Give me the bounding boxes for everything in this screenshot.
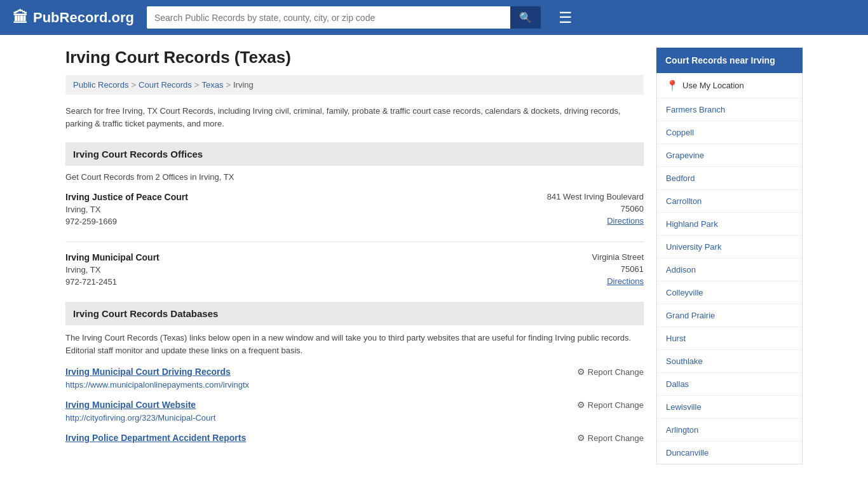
office-2-name: Irving Municipal Court: [65, 252, 159, 262]
office-2-directions-link[interactable]: Directions: [607, 276, 644, 286]
sidebar-list: 📍 Use My Location Farmers BranchCoppellG…: [656, 73, 803, 464]
sidebar-item-11[interactable]: Southlake: [657, 350, 802, 373]
sidebar-item-14[interactable]: Arlington: [657, 419, 802, 442]
office-2-city: Irving, TX: [65, 265, 159, 274]
divider-1: [65, 241, 644, 242]
office-entry-2: Irving Municipal Court Irving, TX 972-72…: [65, 252, 644, 287]
db-2-report-label: Report Change: [588, 400, 644, 410]
office-1-directions-link[interactable]: Directions: [607, 216, 644, 226]
breadcrumb-public-records[interactable]: Public Records: [73, 80, 128, 90]
hamburger-button[interactable]: ☰: [559, 9, 573, 27]
office-2-phone: 972-721-2451: [65, 277, 159, 287]
offices-subtext: Get Court Records from 2 Offices in Irvi…: [65, 172, 644, 182]
sidebar: Court Records near Irving 📍 Use My Locat…: [656, 48, 803, 464]
db-3-report-label: Report Change: [588, 433, 644, 443]
office-entry-1: Irving Justice of Peace Court Irving, TX…: [65, 192, 644, 226]
db-2-url[interactable]: http://cityofirving.org/323/Municipal-Co…: [65, 413, 215, 423]
breadcrumb-texas[interactable]: Texas: [201, 80, 223, 90]
page-description: Search for free Irving, TX Court Records…: [65, 105, 644, 130]
search-button[interactable]: 🔍: [510, 6, 541, 29]
office-1-name: Irving Justice of Peace Court: [65, 192, 188, 202]
sidebar-item-1[interactable]: Coppell: [657, 121, 802, 144]
db-entry-1: Irving Municipal Court Driving Records ⚙…: [65, 367, 644, 390]
databases-description: The Irving Court Records (Texas) links b…: [65, 332, 644, 356]
sidebar-item-15[interactable]: Duncanville: [657, 442, 802, 464]
sidebar-use-location[interactable]: 📍 Use My Location: [657, 73, 802, 98]
office-1-city: Irving, TX: [65, 205, 188, 214]
sidebar-item-6[interactable]: University Park: [657, 236, 802, 259]
sidebar-item-13[interactable]: Lewisville: [657, 396, 802, 419]
content-area: Irving Court Records (Texas) Public Reco…: [65, 48, 644, 464]
office-2-address: Virginia Street: [592, 252, 644, 262]
page-title: Irving Court Records (Texas): [65, 48, 644, 67]
breadcrumb-irving: Irving: [233, 80, 254, 90]
sidebar-item-2[interactable]: Grapevine: [657, 144, 802, 167]
sidebar-item-4[interactable]: Carrollton: [657, 190, 802, 213]
db-entry-3: Irving Police Department Accident Report…: [65, 433, 644, 443]
logo-link[interactable]: 🏛 PubRecord.org: [13, 9, 134, 27]
sidebar-item-10[interactable]: Hurst: [657, 327, 802, 350]
main-container: Irving Court Records (Texas) Public Reco…: [53, 35, 815, 464]
office-1-directions: Directions: [547, 216, 644, 226]
sidebar-item-0[interactable]: Farmers Branch: [657, 98, 802, 121]
db-2-link[interactable]: Irving Municipal Court Website: [65, 400, 196, 410]
sidebar-item-7[interactable]: Addison: [657, 259, 802, 281]
search-input[interactable]: [147, 6, 510, 29]
db-1-report-change[interactable]: ⚙ Report Change: [577, 367, 644, 377]
header: 🏛 PubRecord.org 🔍 ☰: [0, 0, 868, 35]
office-1-address: 841 West Irving Boulevard: [547, 192, 644, 201]
report-change-icon-1: ⚙: [577, 367, 585, 377]
offices-section-header: Irving Court Records Offices: [65, 142, 644, 166]
databases-section-header: Irving Court Records Databases: [65, 302, 644, 325]
sidebar-item-3[interactable]: Bedford: [657, 167, 802, 190]
logo-text: PubRecord.org: [33, 10, 134, 26]
logo-icon: 🏛: [13, 9, 28, 27]
db-1-url[interactable]: https://www.municipalonlinepayments.com/…: [65, 380, 249, 390]
location-icon: 📍: [666, 79, 679, 92]
office-2-directions: Directions: [592, 276, 644, 286]
sidebar-item-9[interactable]: Grand Prairie: [657, 304, 802, 327]
search-bar: 🔍: [147, 6, 541, 29]
db-3-link[interactable]: Irving Police Department Accident Report…: [65, 433, 246, 443]
db-2-report-change[interactable]: ⚙ Report Change: [577, 400, 644, 410]
office-1-zip: 75060: [547, 204, 644, 214]
breadcrumb: Public Records > Court Records > Texas >…: [65, 75, 644, 95]
report-change-icon-3: ⚙: [577, 433, 585, 443]
office-1-phone: 972-259-1669: [65, 217, 188, 226]
use-location-label: Use My Location: [682, 81, 744, 90]
sidebar-item-5[interactable]: Highland Park: [657, 213, 802, 236]
office-2-zip: 75061: [592, 264, 644, 274]
db-entry-2: Irving Municipal Court Website ⚙ Report …: [65, 400, 644, 423]
db-3-report-change[interactable]: ⚙ Report Change: [577, 433, 644, 443]
breadcrumb-court-records[interactable]: Court Records: [139, 80, 192, 90]
db-1-link[interactable]: Irving Municipal Court Driving Records: [65, 367, 231, 377]
report-change-icon-2: ⚙: [577, 400, 585, 410]
sidebar-title: Court Records near Irving: [656, 48, 803, 73]
sidebar-item-12[interactable]: Dallas: [657, 373, 802, 396]
db-1-report-label: Report Change: [588, 367, 644, 377]
sidebar-item-8[interactable]: Colleyville: [657, 281, 802, 304]
